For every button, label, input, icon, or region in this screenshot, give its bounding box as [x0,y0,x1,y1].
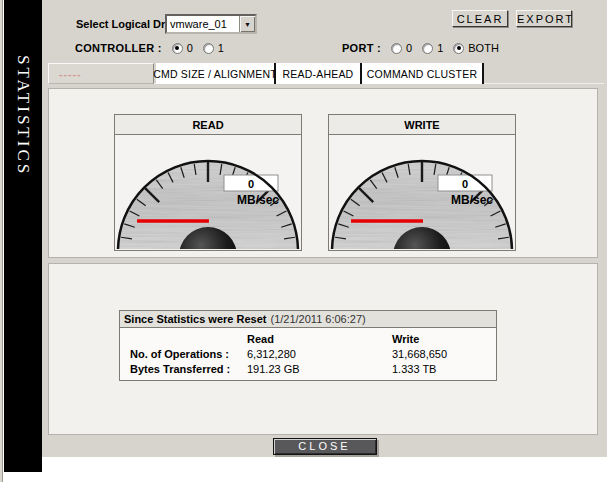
footer: CLOSE [42,435,607,457]
left-edge-strip [0,0,3,482]
clear-button[interactable]: CLEAR [452,10,508,27]
close-button[interactable]: CLOSE [273,438,377,455]
gauge-unit: MB/sec [451,193,493,207]
tab-current[interactable]: ----- [48,63,154,84]
row-label: No. of Operations : [120,348,247,360]
radio-icon [391,43,402,54]
gauge-value: 0 [248,178,254,190]
stats-title: Since Statistics were Reset [124,313,266,325]
read-operations-value: 6,312,280 [247,348,392,360]
write-column-header: Write [392,333,496,345]
sidebar: STATISTICS [4,0,42,472]
table-row: Bytes Transferred : 191.23 GB 1.333 TB [120,361,496,376]
radio-icon [422,43,433,54]
port-both-radio[interactable]: BOTH [453,42,499,54]
port-label: PORT : [342,42,381,54]
radio-label: 0 [406,42,412,54]
radio-label: 1 [218,42,224,54]
write-gauge: WRITE [328,114,516,251]
tab-strip: ----- CMD SIZE / ALIGNMENT READ-AHEAD CO… [48,63,604,84]
filter-row: CONTROLLER : 0 1 PORT : 0 1 BOTH [75,40,595,56]
logical-drive-select[interactable]: vmware_01 ▼ [165,14,257,34]
radio-label: 0 [187,42,193,54]
stats-table: Since Statistics were Reset (1/21/2011 6… [119,310,497,381]
write-gauge-dial: 0 MB/sec [329,135,515,250]
radio-label: BOTH [468,42,499,54]
port-0-radio[interactable]: 0 [391,42,412,54]
read-gauge-dial: 0 MB/sec [115,135,301,250]
tab-read-ahead[interactable]: READ-AHEAD [276,63,362,84]
toolbar-buttons: CLEAR EXPORT [452,10,572,27]
write-gauge-title: WRITE [329,115,515,135]
export-button[interactable]: EXPORT [516,10,572,27]
tab-cmd-size-alignment[interactable]: CMD SIZE / ALIGNMENT [156,63,276,84]
tab-current-label: ----- [59,68,81,80]
table-row: No. of Operations : 6,312,280 31,668,650 [120,346,496,361]
page-title: STATISTICS [13,55,33,176]
read-gauge: READ [114,114,302,251]
controller-label: CONTROLLER : [75,42,162,54]
stats-table-header: Since Statistics were Reset (1/21/2011 6… [120,311,496,328]
radio-selected-icon [172,43,183,54]
radio-label: 1 [437,42,443,54]
radio-icon [203,43,214,54]
gauge-unit: MB/sec [237,193,279,207]
controller-1-radio[interactable]: 1 [203,42,224,54]
controller-0-radio[interactable]: 0 [172,42,193,54]
write-operations-value: 31,668,650 [392,348,496,360]
main-panel: Select Logical Drive : vmware_01 ▼ CLEAR… [42,0,607,457]
write-bytes-value: 1.333 TB [392,363,496,375]
row-label: Bytes Transferred : [120,363,247,375]
port-1-radio[interactable]: 1 [422,42,443,54]
read-gauge-title: READ [115,115,301,135]
read-column-header: Read [247,333,392,345]
stats-reset-date: (1/21/2011 6:06:27) [270,313,365,325]
tab-command-cluster[interactable]: COMMAND CLUSTER [362,63,484,84]
dropdown-arrow-icon[interactable]: ▼ [239,16,255,32]
gauges-panel: READ [48,88,598,258]
page: STATISTICS Select Logical Drive : vmware… [0,0,607,482]
radio-selected-icon [453,43,464,54]
stats-panel: Since Statistics were Reset (1/21/2011 6… [48,263,598,435]
stats-column-headers: Read Write [120,331,496,346]
read-bytes-value: 191.23 GB [247,363,392,375]
logical-drive-value: vmware_01 [167,18,239,30]
gauge-value: 0 [462,178,468,190]
toolbar: Select Logical Drive : vmware_01 ▼ CLEAR… [42,0,607,38]
